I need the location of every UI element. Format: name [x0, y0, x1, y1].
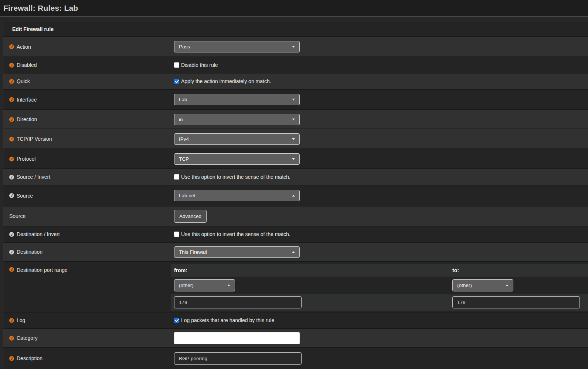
row-source-advanced: Source Advanced: [3, 206, 588, 226]
tcpip-version-select[interactable]: IPv4: [174, 133, 300, 145]
checkbox-label: Log packets that are handled by this rul…: [181, 317, 274, 323]
direction-select[interactable]: in: [174, 114, 300, 125]
disabled-checkbox[interactable]: [174, 62, 179, 68]
description-input[interactable]: [174, 352, 302, 365]
caret-down-icon: [292, 158, 295, 160]
info-icon[interactable]: i: [9, 250, 14, 254]
caret-down-icon: [292, 46, 295, 48]
port-to-label: to:: [452, 267, 459, 273]
row-log: i Log Log packets that are handled by th…: [3, 312, 588, 328]
row-label: Source: [9, 213, 26, 219]
page-title: Firewall: Rules: Lab: [3, 4, 78, 13]
info-icon[interactable]: i: [9, 157, 14, 161]
checkbox-label: Disable this rule: [181, 62, 218, 68]
info-icon[interactable]: i: [9, 117, 14, 122]
info-icon[interactable]: i: [9, 336, 14, 341]
info-icon[interactable]: i: [9, 97, 14, 102]
row-direction: i Direction in: [3, 109, 588, 129]
row-description: i Description: [3, 347, 588, 369]
info-icon[interactable]: i: [9, 137, 14, 141]
row-destination: i Destination This Firewall: [3, 242, 588, 261]
info-icon[interactable]: i: [9, 44, 14, 49]
info-icon[interactable]: i: [9, 175, 14, 180]
row-source: i Source Lab net: [3, 185, 588, 206]
row-disabled: i Disabled Disable this rule: [3, 57, 588, 73]
info-icon[interactable]: i: [9, 267, 14, 272]
port-range-table: from: to: (other) (other): [171, 264, 588, 311]
info-icon[interactable]: i: [9, 79, 14, 84]
row-label: Protocol: [17, 156, 35, 162]
row-label: Source / Invert: [17, 174, 50, 180]
row-label: Disabled: [17, 62, 37, 68]
row-label: Category: [17, 335, 38, 341]
protocol-select[interactable]: TCP: [174, 153, 300, 165]
row-label: Action: [17, 44, 31, 50]
port-to-input[interactable]: [452, 296, 580, 308]
info-icon[interactable]: i: [9, 193, 14, 198]
advanced-button[interactable]: Advanced: [174, 210, 207, 223]
port-from-input[interactable]: [174, 296, 302, 308]
port-from-select[interactable]: (other): [174, 279, 235, 291]
caret-down-icon: [292, 119, 295, 120]
row-interface: i Interface Lab: [3, 89, 588, 109]
panel-heading: Edit Firewall rule: [3, 22, 588, 36]
source-select[interactable]: Lab net: [174, 190, 300, 201]
row-action: i Action Pass: [3, 36, 588, 57]
row-destination-invert: i Destination / Invert Use this option t…: [3, 226, 588, 242]
edit-firewall-rule-panel: Edit Firewall rule i Action Pass i Disab…: [3, 22, 588, 369]
row-label: Destination port range: [17, 267, 68, 273]
row-label: Quick: [17, 78, 30, 84]
info-icon[interactable]: i: [9, 356, 14, 361]
interface-select[interactable]: Lab: [174, 94, 300, 105]
caret-down-icon: [292, 138, 295, 140]
category-input[interactable]: [174, 332, 300, 344]
row-tcpip-version: i TCP/IP Version IPv4: [3, 129, 588, 148]
row-label: Direction: [17, 116, 37, 122]
caret-up-icon: [292, 251, 295, 253]
action-select[interactable]: Pass: [174, 41, 300, 52]
info-icon[interactable]: i: [9, 232, 14, 237]
row-label: Interface: [17, 97, 37, 103]
row-protocol: i Protocol TCP: [3, 148, 588, 168]
quick-checkbox[interactable]: [174, 79, 179, 84]
destination-select[interactable]: This Firewall: [174, 246, 300, 258]
row-label: TCP/IP Version: [17, 136, 52, 142]
row-category: i Category: [3, 328, 588, 347]
caret-up-icon: [292, 195, 295, 197]
checkbox-label: Apply the action immediately on match.: [181, 78, 271, 84]
log-checkbox[interactable]: [174, 318, 179, 323]
row-destination-port-range: i Destination port range from: to: (othe…: [3, 261, 588, 312]
checkbox-label: Use this option to invert the sense of t…: [181, 231, 290, 237]
caret-down-icon: [292, 99, 295, 100]
port-from-label: from:: [174, 267, 187, 273]
row-label: Destination / Invert: [17, 231, 60, 237]
row-label: Source: [17, 193, 33, 199]
destination-invert-checkbox[interactable]: [174, 232, 179, 237]
caret-up-icon: [506, 284, 509, 286]
caret-up-icon: [227, 284, 230, 286]
page-header: Firewall: Rules: Lab: [0, 0, 588, 17]
port-to-select[interactable]: (other): [452, 279, 513, 291]
row-source-invert: i Source / Invert Use this option to inv…: [3, 168, 588, 185]
row-label: Log: [17, 317, 25, 323]
checkbox-label: Use this option to invert the sense of t…: [181, 174, 290, 180]
row-quick: i Quick Apply the action immediately on …: [3, 73, 588, 89]
row-label: Description: [17, 355, 43, 361]
source-invert-checkbox[interactable]: [174, 174, 179, 180]
info-icon[interactable]: i: [9, 63, 14, 68]
info-icon[interactable]: i: [9, 318, 14, 323]
row-label: Destination: [17, 249, 43, 255]
